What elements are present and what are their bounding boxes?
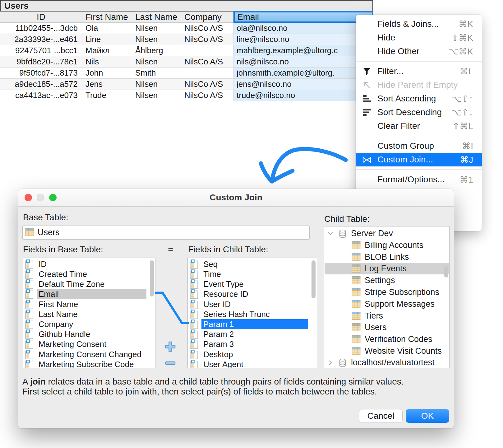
table-icon [352, 300, 362, 309]
tree-node-table[interactable]: Stripe Subscriptions [324, 287, 449, 298]
table-row[interactable]: 2a33393e-...e461 Line Nilsen NilsCo A/S … [0, 34, 373, 45]
scrollbar-thumb[interactable] [150, 260, 154, 296]
join-icon [362, 156, 372, 166]
child-table-tree: Server Dev Billing Accounts BLOB Links L… [324, 226, 450, 368]
table-row[interactable]: ca4413ac-...e073 Trude Nilsen NilsCo A/S… [0, 90, 373, 101]
base-field-row[interactable]: Marketing Subscribe Code [23, 359, 155, 368]
child-field-row[interactable]: Resource ID [188, 289, 317, 299]
menu-separator [356, 166, 482, 173]
tree-node-table[interactable]: Support Messages [324, 298, 449, 310]
tree-node-table[interactable]: Tiers [324, 310, 449, 322]
scrollbar-thumb[interactable] [444, 266, 448, 278]
menu-item-hide[interactable]: Hide ⇧⌘K [356, 31, 482, 44]
cell-email: jens@nilsco.no [233, 79, 373, 90]
base-field-row[interactable]: Last Name [23, 309, 155, 319]
column-header-last-name[interactable]: Last Name [132, 12, 181, 23]
cell-email: ola@nilsco.no [233, 23, 373, 34]
zoom-button[interactable] [49, 194, 57, 201]
menu-item-hide-parent-if-empty: Hide Parent If Empty [356, 78, 482, 92]
chevron-right-icon[interactable] [327, 360, 334, 366]
cell-id: 2a33393e-...e461 [0, 34, 82, 45]
menu-item-sort-descending[interactable]: Sort Descending ⌥⇧↓ [356, 105, 482, 119]
menu-item-clear-filter[interactable]: Clear Filter ⇧⌘L [356, 119, 482, 133]
tree-node-table[interactable]: Users [324, 322, 449, 333]
cell-last-name: Åhlberg [132, 45, 181, 56]
child-field-row[interactable]: Param 3 [188, 339, 317, 349]
tree-node-table[interactable]: BLOB Links [324, 251, 449, 263]
sort-ascending-icon [362, 94, 372, 104]
menu-separator [356, 58, 482, 64]
base-field-row[interactable]: Company [23, 319, 155, 329]
table-row[interactable]: a9dec185-...a572 Jens Nilsen NilsCo A/S … [0, 79, 373, 90]
cell-email: johnsmith.example@ultorg. [233, 68, 373, 79]
column-header-company[interactable]: Company [181, 12, 233, 23]
fields-in-base-table-label: Fields in Base Table: [23, 245, 103, 254]
table-row[interactable]: 11b02455-...3dcb Ola Nilsen NilsCo A/S o… [0, 23, 373, 34]
close-button[interactable] [25, 194, 32, 201]
menu-item-format-options[interactable]: Format/Options... ⌘1 [356, 173, 482, 186]
custom-join-dialog: Custom Join Base Table: Users Child Tabl… [18, 189, 454, 428]
column-header-email-selected[interactable]: Email [233, 11, 373, 23]
menu-item-hide-other[interactable]: Hide Other ⌥⌘K [356, 44, 482, 58]
field-icon [25, 350, 34, 359]
base-table-value: Users [38, 228, 60, 237]
base-table-field[interactable]: Users [22, 226, 310, 240]
menu-item-filter[interactable]: Filter... ⌘L [356, 64, 482, 78]
base-field-row[interactable]: Created Time [23, 269, 155, 279]
child-field-row[interactable]: Seq [188, 259, 317, 269]
table-title: Users [0, 0, 373, 12]
child-field-row[interactable]: Time [188, 269, 317, 279]
menu-item-shortcut: ⇧⌘L [452, 121, 473, 131]
table-row[interactable]: 92475701-...bcc1 Майкл Åhlberg mahlberg.… [0, 45, 373, 56]
child-field-row[interactable]: User ID [188, 299, 317, 309]
tree-node-localhost[interactable]: localhost/evaluatortest [324, 357, 449, 368]
remove-pair-button[interactable] [165, 361, 176, 366]
menu-item-custom-group[interactable]: Custom Group ⌘I [356, 139, 482, 153]
menu-item-label: Filter... [377, 66, 404, 76]
cell-first-name: Line [82, 34, 132, 45]
child-fields-list: Seq Time Event Type Resource ID User ID … [187, 258, 317, 368]
base-field-row[interactable]: First Name [23, 299, 155, 309]
hand-drawn-arrow [255, 137, 354, 191]
cancel-button[interactable]: Cancel [359, 409, 403, 423]
menu-item-sort-ascending[interactable]: Sort Ascending ⌥⇧↑ [356, 92, 482, 105]
base-field-row-selected[interactable]: Email [23, 289, 155, 299]
column-header-id[interactable]: ID [0, 12, 82, 23]
menu-item-shortcut: ⌘L [459, 66, 473, 77]
column-header-first-name[interactable]: First Name [82, 12, 132, 23]
scrollbar-thumb[interactable] [311, 260, 316, 298]
child-field-row-selected[interactable]: Param 1 [188, 319, 317, 329]
tree-node-table[interactable]: Website Visit Counts [324, 345, 449, 357]
tree-node-table-selected[interactable]: Log Events [324, 263, 449, 274]
menu-item-fields-and-joins[interactable]: Fields & Joins... ⌘K [356, 17, 482, 31]
base-field-row[interactable]: Github Handle [23, 329, 155, 339]
join-description-line1: A join relates data in a base table and … [22, 377, 404, 387]
add-pair-button[interactable] [165, 341, 176, 353]
chevron-down-icon[interactable] [327, 231, 334, 237]
menu-item-label: Custom Group [377, 141, 434, 151]
tree-node-table[interactable]: Verification Codes [324, 334, 449, 345]
dialog-titlebar[interactable]: Custom Join [18, 189, 454, 207]
tree-node-table[interactable]: Settings [324, 275, 449, 286]
child-field-row[interactable]: Param 2 [188, 329, 317, 339]
ok-button[interactable]: OK [406, 409, 449, 423]
child-field-row[interactable]: Series Hash Trunc [188, 309, 317, 319]
cell-company: NilsCo A/S [181, 23, 233, 34]
table-row[interactable]: 9bfd8e20-...78e1 Nils Nilsen NilsCo A/S … [0, 56, 373, 68]
base-field-row[interactable]: ID [23, 259, 155, 269]
filter-icon [362, 66, 372, 76]
field-icon [190, 259, 199, 269]
child-field-row[interactable]: Desktop [188, 349, 317, 359]
base-field-row[interactable]: Marketing Consent [23, 339, 155, 349]
menu-item-custom-join[interactable]: Custom Join... ⌘J [356, 153, 482, 166]
base-field-row[interactable]: Default Time Zone [23, 279, 155, 289]
menu-item-label: Custom Join... [377, 155, 433, 165]
cell-id: 9f50fcd7-...8173 [0, 68, 82, 79]
base-field-row[interactable]: Marketing Consent Changed [23, 349, 155, 359]
cell-email: mahlberg.example@ultorg.c [233, 45, 373, 56]
child-field-row[interactable]: User Agent [188, 359, 317, 368]
tree-node-server-dev[interactable]: Server Dev [324, 228, 449, 239]
table-row[interactable]: 9f50fcd7-...8173 John Smith johnsmith.ex… [0, 68, 373, 79]
child-field-row[interactable]: Event Type [188, 279, 317, 289]
tree-node-table[interactable]: Billing Accounts [324, 240, 449, 251]
